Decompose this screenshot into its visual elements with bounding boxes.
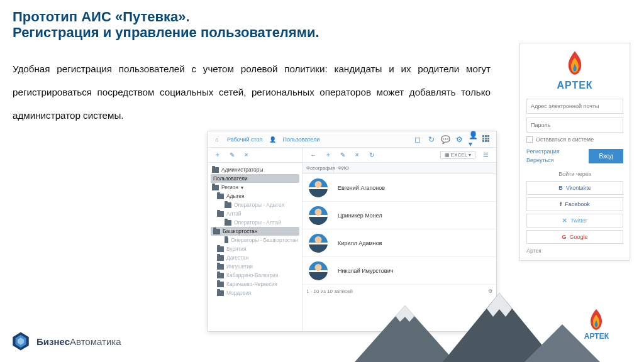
table-row[interactable]: Цриникер Монел [303, 202, 496, 229]
home-icon[interactable]: ⌂ [213, 136, 221, 143]
social-gg[interactable]: GGoogle [526, 230, 623, 244]
email-field[interactable] [526, 99, 623, 114]
social-fb[interactable]: fFacebook [526, 197, 623, 211]
flame-logo-icon [564, 50, 586, 77]
tree-edit-button[interactable]: ✎ [227, 150, 237, 160]
breadcrumb-home[interactable]: Рабочий стол [227, 136, 263, 143]
description-paragraph: Удобная регистрация пользователей с учет… [13, 57, 491, 128]
login-footer: Артек [526, 248, 623, 254]
refresh-icon[interactable]: ↻ [427, 135, 436, 144]
password-field[interactable] [526, 118, 623, 133]
social-tw[interactable]: ✕Twitter [526, 214, 623, 228]
folder-icon [217, 255, 224, 261]
col-photo[interactable]: Фотография [303, 163, 334, 173]
tree-node[interactable]: Башкортостан [211, 227, 299, 236]
folder-icon [217, 290, 224, 296]
tree-node[interactable]: Бурятия [208, 244, 302, 253]
avatar-menu-icon[interactable]: 👤▾ [469, 135, 477, 144]
list-refresh-button[interactable]: ↻ [367, 150, 377, 160]
col-fio[interactable]: ФИО [334, 163, 496, 173]
list-delete-button[interactable]: × [353, 150, 362, 160]
corner-logo: АРТЕК [584, 308, 609, 341]
table-row[interactable]: Кирилл Адамнов [303, 229, 496, 257]
slide-title-2: Регистрация и управление пользователями. [13, 25, 631, 40]
breadcrumb-users[interactable]: Пользователи [283, 136, 320, 143]
slide-title-1: Прототип АИС «Путевка». [13, 9, 631, 25]
folder-icon [217, 264, 224, 270]
register-link[interactable]: Регистрация [526, 148, 560, 156]
app-topbar: ⌂ Рабочий стол 👤 Пользователи ◻ ↻ 💬 ⚙ 👤▾ [208, 131, 496, 148]
social-header: Войти через [526, 171, 623, 177]
avatar [309, 234, 328, 253]
folder-icon [212, 167, 219, 173]
app-window: ⌂ Рабочий стол 👤 Пользователи ◻ ↻ 💬 ⚙ 👤▾… [208, 131, 497, 332]
tree-node[interactable]: Операторы - Адыгея [208, 200, 302, 209]
folder-icon [217, 194, 224, 199]
tree-add-button[interactable]: + [213, 150, 222, 160]
filter-icon[interactable]: ☰ [480, 150, 491, 160]
list-back-button[interactable]: ← [308, 150, 319, 160]
login-brand: АРТЕК [557, 80, 592, 91]
social-vk[interactable]: ВVkontakte [526, 181, 623, 195]
list-edit-button[interactable]: ✎ [338, 150, 348, 160]
folder-icon [212, 185, 219, 190]
tree-node-admins[interactable]: Администраторы [208, 165, 302, 174]
user-icon: 👤 [269, 136, 277, 143]
tree-node[interactable]: Дагестан [208, 253, 302, 262]
tree-node[interactable]: Адыгея [208, 192, 302, 200]
export-excel-button[interactable]: ▦ EXCEL ▾ [440, 151, 475, 159]
folder-icon [217, 246, 224, 252]
list-settings-icon[interactable]: ⚙ [488, 288, 492, 294]
avatar [309, 261, 328, 280]
tree-delete-button[interactable]: × [242, 150, 251, 160]
avatar [309, 206, 328, 225]
company-footer: БизнесАвтоматика [10, 331, 121, 352]
tree-node[interactable]: Кабардино-Балкария [208, 271, 302, 280]
folder-icon [217, 282, 224, 287]
back-link[interactable]: Вернуться [526, 156, 560, 165]
hex-logo-icon [10, 331, 31, 352]
folder-icon [217, 211, 224, 217]
tree-node[interactable]: Мордовия [208, 288, 302, 297]
chat-icon[interactable]: 💬 [441, 135, 450, 144]
login-button[interactable]: Вход [589, 149, 623, 163]
folder-icon [225, 202, 231, 208]
table-row[interactable]: Евгений Агапонов [303, 174, 496, 202]
folder-icon [225, 238, 228, 243]
folder-icon [213, 229, 220, 234]
folder-icon [217, 273, 224, 278]
app-toolbar: + ✎ × ← + ✎ × ↻ ▦ EXCEL ▾ ☰ [208, 148, 496, 163]
tree-node[interactable]: Карачаево-Черкесия [208, 280, 302, 288]
list-add-button[interactable]: + [324, 150, 333, 160]
avatar [309, 178, 328, 197]
gear-icon[interactable]: ⚙ [455, 135, 464, 144]
tree-node[interactable]: Операторы - Алтай [208, 218, 302, 227]
tree-node-users[interactable]: Пользователи [211, 174, 299, 183]
tree-node[interactable]: Ингушетия [208, 262, 302, 271]
bookmark-icon[interactable]: ◻ [413, 135, 422, 144]
user-list: Фотография ФИО Евгений Агапонов Цриникер… [303, 163, 496, 331]
tree-node[interactable]: Алтай [208, 209, 302, 218]
login-panel: АРТЕК Оставаться в системе Регистрация В… [519, 43, 630, 261]
tree-node-region[interactable]: Регион ▾ [208, 183, 302, 192]
table-row[interactable]: Николай Имурстович [303, 257, 496, 285]
remember-checkbox[interactable]: Оставаться в системе [526, 136, 623, 143]
tree-node[interactable]: Операторы - Башкортостан [208, 236, 302, 244]
folder-icon [225, 220, 231, 226]
list-footer: 1 - 10 из 10 записей [306, 288, 353, 294]
apps-grid-icon[interactable] [482, 135, 491, 144]
region-tree: Администраторы Пользователи Регион ▾ Ады… [208, 163, 303, 331]
